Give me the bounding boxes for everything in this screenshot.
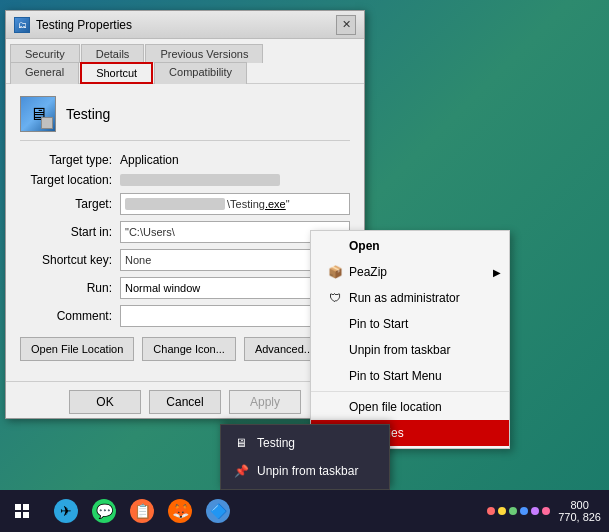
start-button[interactable]	[0, 490, 44, 532]
menu-pin-start-menu-label: Pin to Start Menu	[349, 369, 442, 383]
popup-testing-icon: 🖥	[233, 435, 249, 451]
tray-dot-2	[498, 507, 506, 515]
action-buttons: Open File Location Change Icon... Advanc…	[20, 337, 350, 361]
popup-testing-label: Testing	[257, 436, 295, 450]
target-location-row: Target location:	[20, 173, 350, 187]
firefox-icon: 🦊	[168, 499, 192, 523]
target-type-value: Application	[120, 153, 179, 167]
comment-label: Comment:	[20, 309, 120, 323]
tab-previous-versions[interactable]: Previous Versions	[145, 44, 263, 63]
run-row: Run: Normal window Minimized Maximized ▼	[20, 277, 350, 299]
clock-coords: 770, 826	[558, 511, 601, 523]
tab-general[interactable]: General	[10, 62, 79, 84]
app-name: Testing	[66, 106, 110, 122]
system-tray: 800 770, 826	[479, 499, 609, 523]
taskbar-firefox[interactable]: 🦊	[162, 492, 198, 530]
change-icon-button[interactable]: Change Icon...	[142, 337, 236, 361]
tab-compatibility[interactable]: Compatibility	[154, 62, 247, 84]
taskbar-telegram[interactable]: ✈	[48, 492, 84, 530]
tab-details[interactable]: Details	[81, 44, 145, 63]
popup-testing[interactable]: 🖥 Testing	[221, 429, 389, 457]
app-header: 🖥 Testing	[20, 96, 350, 141]
target-input[interactable]: \Testing.exe"	[120, 193, 350, 215]
tab-shortcut[interactable]: Shortcut	[80, 62, 153, 84]
menu-item-open-file-location[interactable]: Open file location	[311, 394, 509, 420]
target-quote: "	[286, 198, 290, 210]
tray-icons	[487, 507, 550, 515]
menu-open-file-location-label: Open file location	[349, 400, 442, 414]
system-clock: 800 770, 826	[558, 499, 601, 523]
app5-icon: 🔷	[206, 499, 230, 523]
menu-pin-start-label: Pin to Start	[349, 317, 408, 331]
desktop: 🗂 Testing Properties ✕ Security Details …	[0, 0, 609, 532]
dialog-title-icon: 🗂	[14, 17, 30, 33]
target-type-row: Target type: Application	[20, 153, 350, 167]
peazip-arrow-icon: ▶	[493, 267, 501, 278]
app-icon: 🖥	[20, 96, 56, 132]
menu-peazip-label: PeaZip	[349, 265, 387, 279]
whatsapp-icon: 💬	[92, 499, 116, 523]
menu-item-pin-start[interactable]: Pin to Start	[311, 311, 509, 337]
comment-row: Comment:	[20, 305, 350, 327]
target-prefix-redacted	[125, 198, 225, 210]
app3-icon: 📋	[130, 499, 154, 523]
open-icon	[327, 238, 343, 254]
shortcut-key-label: Shortcut key:	[20, 253, 120, 267]
target-location-value	[120, 174, 280, 186]
tray-dot-4	[520, 507, 528, 515]
tray-dot-1	[487, 507, 495, 515]
menu-open-label: Open	[349, 239, 380, 253]
tray-dot-6	[542, 507, 550, 515]
target-type-label: Target type:	[20, 153, 120, 167]
start-in-row: Start in:	[20, 221, 350, 243]
taskbar-app3[interactable]: 📋	[124, 492, 160, 530]
pin-start-icon	[327, 316, 343, 332]
unpin-taskbar-icon	[327, 342, 343, 358]
pin-start-menu-icon	[327, 368, 343, 384]
telegram-icon: ✈	[54, 499, 78, 523]
popup-unpin-label: Unpin from taskbar	[257, 464, 358, 478]
target-row: Target: \Testing.exe"	[20, 193, 350, 215]
taskbar-whatsapp[interactable]: 💬	[86, 492, 122, 530]
titlebar-left: 🗂 Testing Properties	[14, 17, 132, 33]
menu-item-run-admin[interactable]: 🛡 Run as administrator	[311, 285, 509, 311]
tab-security[interactable]: Security	[10, 44, 80, 63]
target-path-suffix: \Testing	[227, 198, 265, 210]
menu-unpin-taskbar-label: Unpin from taskbar	[349, 343, 450, 357]
tabs-bottom: General Shortcut Compatibility	[6, 61, 364, 83]
start-in-label: Start in:	[20, 225, 120, 239]
taskbar-items: ✈ 💬 📋 🦊 🔷	[44, 492, 479, 530]
menu-item-peazip[interactable]: 📦 PeaZip ▶	[311, 259, 509, 285]
cancel-button[interactable]: Cancel	[149, 390, 221, 414]
context-menu: Open 📦 PeaZip ▶ 🛡 Run as administrator P…	[310, 230, 510, 449]
tray-dot-3	[509, 507, 517, 515]
taskbar: ✈ 💬 📋 🦊 🔷	[0, 490, 609, 532]
apply-button[interactable]: Apply	[229, 390, 301, 414]
open-file-location-button[interactable]: Open File Location	[20, 337, 134, 361]
popup-unpin-taskbar[interactable]: 📌 Unpin from taskbar	[221, 457, 389, 485]
menu-run-admin-label: Run as administrator	[349, 291, 460, 305]
menu-item-unpin-taskbar[interactable]: Unpin from taskbar	[311, 337, 509, 363]
menu-separator	[311, 391, 509, 392]
target-label: Target:	[20, 197, 120, 211]
ok-button[interactable]: OK	[69, 390, 141, 414]
windows-logo-icon	[15, 504, 29, 518]
open-file-location-icon	[327, 399, 343, 415]
tray-dot-5	[531, 507, 539, 515]
menu-item-pin-start-menu[interactable]: Pin to Start Menu	[311, 363, 509, 389]
taskbar-popup: 🖥 Testing 📌 Unpin from taskbar	[220, 424, 390, 490]
dialog-close-button[interactable]: ✕	[336, 15, 356, 35]
menu-item-open[interactable]: Open	[311, 233, 509, 259]
tab-row-1: Security Details Previous Versions Gener…	[6, 39, 364, 84]
admin-icon: 🛡	[327, 290, 343, 306]
taskbar-app5[interactable]: 🔷	[200, 492, 236, 530]
dialog-title: Testing Properties	[36, 18, 132, 32]
run-label: Run:	[20, 281, 120, 295]
peazip-icon: 📦	[327, 264, 343, 280]
dialog-titlebar: 🗂 Testing Properties ✕	[6, 11, 364, 39]
target-location-label: Target location:	[20, 173, 120, 187]
shortcut-key-row: Shortcut key:	[20, 249, 350, 271]
tabs-top: Security Details Previous Versions	[6, 39, 364, 62]
clock-time: 800	[558, 499, 601, 511]
popup-unpin-icon: 📌	[233, 463, 249, 479]
